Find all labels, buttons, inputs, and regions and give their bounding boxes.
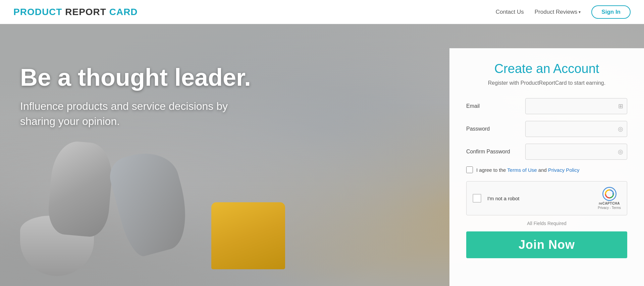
terms-label-text: I agree to the Terms of Use and Privacy …	[476, 167, 579, 173]
recaptcha-logo: reCAPTCHA Privacy - Terms	[598, 187, 621, 210]
password-label: Password	[466, 126, 520, 132]
logo-report: REPORT	[62, 7, 106, 17]
password-eye-icon: ◎	[618, 125, 623, 133]
email-label: Email	[466, 103, 520, 109]
contact-us-link[interactable]: Contact Us	[496, 9, 524, 15]
hero-headline: Be a thought leader.	[20, 64, 255, 91]
all-fields-label: All Fields Required	[466, 221, 627, 226]
captcha-text: I'm not a robot	[487, 196, 592, 201]
terms-of-use-link[interactable]: Terms of Use	[507, 167, 537, 173]
iron-shape	[106, 145, 197, 260]
nav-right: Contact Us Product Reviews ▾ Sign In	[496, 5, 631, 19]
form-title: Create an Account	[466, 62, 627, 76]
logo-card: CARD	[106, 7, 138, 17]
terms-row: I agree to the Terms of Use and Privacy …	[466, 166, 627, 173]
privacy-policy-link[interactable]: Privacy Policy	[548, 167, 579, 173]
confirm-password-input[interactable]	[525, 144, 627, 160]
hero-subtext: Influence products and service decisions…	[20, 99, 255, 129]
logo-product: PRODUCT	[13, 7, 62, 17]
confirm-password-group: Confirm Password ◎	[466, 144, 627, 160]
form-subtitle: Register with ProductReportCard to start…	[466, 80, 627, 86]
registration-panel: Create an Account Register with ProductR…	[449, 48, 644, 286]
mixer-shape	[46, 140, 115, 238]
email-group: Email ⊞	[466, 98, 627, 114]
toaster-shape	[211, 202, 285, 269]
captcha-checkbox[interactable]	[473, 194, 481, 203]
recaptcha-icon	[602, 187, 616, 201]
join-now-button[interactable]: Join Now	[466, 231, 627, 258]
recaptcha-links: Privacy - Terms	[598, 206, 621, 210]
email-input-wrap: ⊞	[525, 98, 627, 114]
password-input[interactable]	[525, 121, 627, 137]
product-reviews-link[interactable]: Product Reviews ▾	[535, 9, 581, 15]
recaptcha-brand-label: reCAPTCHA	[599, 202, 620, 205]
email-icon: ⊞	[618, 102, 623, 110]
hero-section: Be a thought leader. Influence products …	[0, 24, 644, 286]
confirm-password-label: Confirm Password	[466, 149, 520, 155]
terms-checkbox[interactable]	[466, 166, 473, 173]
product-reviews-label: Product Reviews	[535, 9, 578, 15]
chevron-down-icon: ▾	[579, 10, 581, 14]
and-text: and	[537, 167, 548, 173]
agree-prefix: I agree to the	[476, 167, 507, 173]
password-group: Password ◎	[466, 121, 627, 137]
confirm-password-eye-icon: ◎	[618, 148, 623, 155]
svg-point-0	[603, 187, 616, 200]
navbar: PRODUCT REPORT CARD Contact Us Product R…	[0, 0, 644, 24]
site-logo[interactable]: PRODUCT REPORT CARD	[13, 7, 138, 17]
hero-text: Be a thought leader. Influence products …	[20, 64, 255, 129]
email-input[interactable]	[525, 98, 627, 114]
recaptcha-box[interactable]: I'm not a robot reCAPTCHA Privacy - Term…	[466, 181, 627, 215]
sign-in-button[interactable]: Sign In	[591, 5, 631, 19]
confirm-password-input-wrap: ◎	[525, 144, 627, 160]
password-input-wrap: ◎	[525, 121, 627, 137]
